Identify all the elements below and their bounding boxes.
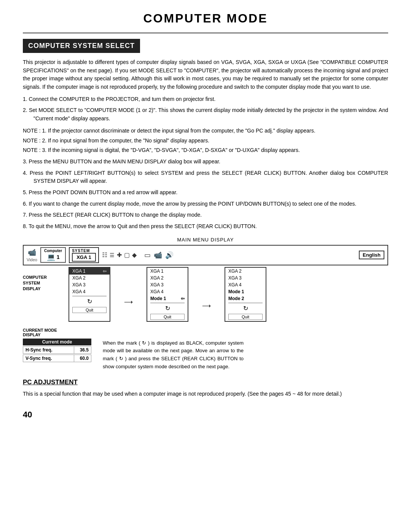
computer-section: Computer 💻 1 [40,247,66,263]
h-sync-label: H-Sync freq. [23,347,74,353]
step-1: 1. Connect the COMPUTER to the PROJECTOR… [23,95,388,104]
right-icons: ▭ 📹 🔊 [144,251,174,259]
current-mode-section: CURRENT MODEDISPLAY Current mode H-Sync … [23,328,388,371]
xga-box: XGA 1 [72,253,96,262]
step-3: 3. Press the MENU BUTTON and the MAIN ME… [23,158,388,166]
computer-icon: 💻 [47,253,55,261]
dropdown2: XGA 1 XGA 2 XGA 3 XGA 4 Mode 1 ⇦ ↻ Quit [147,267,188,322]
pc-adjustment-body: This is a special function that may be u… [23,390,388,398]
current-mode-left: CURRENT MODEDISPLAY Current mode H-Sync … [23,328,91,371]
section1-header: COMPUTER SYSTEM SELECT [23,39,140,53]
v-sync-value: 60.0 [74,355,91,362]
grid-icon: ☷ [102,251,107,259]
step-5: 5. Press the POINT DOWN BUTTON and a red… [23,189,388,197]
dropdown1-item-xga4[interactable]: XGA 4 [69,288,110,295]
system-label: SYSTEM [72,249,90,253]
main-menu-label: MAIN MENU DISPLAY [23,237,388,243]
dropdown3-item-mode2[interactable]: Mode 2 [225,295,266,302]
dropdown2-quit[interactable]: Quit [150,314,185,320]
english-button[interactable]: English [359,251,384,259]
system-box: SYSTEM XGA 1 [69,247,99,263]
step-2: 2. Set MODE SELECT to "COMPUTER MODE (1 … [23,106,388,123]
dropdown1-refresh[interactable]: ↻ [69,297,110,306]
dropdown3-item-xga3[interactable]: XGA 3 [225,275,266,281]
arrow-connector-1: ⟶ [122,282,135,322]
note-1: NOTE : 1. If the projector cannot discri… [23,127,388,135]
top-divider [23,32,388,34]
video-icon: 📹 [28,248,36,257]
h-sync-row: H-Sync freq. 36.5 [23,346,91,354]
notes-section: NOTE : 1. If the projector cannot discri… [23,127,388,155]
dropdown1-item-xga2[interactable]: XGA 2 [69,275,110,281]
speaker-icon: 🔊 [165,251,174,259]
dropdown3-item-mode1[interactable]: Mode 1 [225,288,266,295]
page-number: 40 [23,410,388,420]
dropdown2-item-mode1[interactable]: Mode 1 ⇦ [147,295,188,302]
menu-icons: ☷ ☰ ✚ ▢ ◆ [102,251,137,259]
dropdown1: XGA 1 ⇦ XGA 2 XGA 3 XGA 4 ↻ Quit [68,267,110,322]
numbered-list-2: 3. Press the MENU BUTTON and the MAIN ME… [23,158,388,231]
dropdown2-item-xga1[interactable]: XGA 1 [147,268,188,275]
dropdown1-divider [72,296,107,296]
step-6: 6. If you want to change the current dis… [23,200,388,208]
dropdown3-item-xga4[interactable]: XGA 4 [225,281,266,288]
dropdown1-quit[interactable]: Quit [72,307,107,313]
diagram-section: MAIN MENU DISPLAY 📹 Video Computer 💻 1 S… [23,237,388,371]
left-labels: COMPUTERSYSTEMDISPLAY [23,267,57,322]
video-label: Video [27,257,37,262]
arrow-indicator2: ⇦ [181,296,185,301]
dropdown2-divider [150,303,185,303]
dropdown2-item-xga2[interactable]: XGA 2 [147,275,188,281]
dropdown3: XGA 2 XGA 3 XGA 4 Mode 1 Mode 2 ↻ Quit [225,267,266,322]
dropdown3-refresh[interactable]: ↻ [225,304,266,313]
video-section: 📹 Video [27,248,37,262]
h-sync-value: 36.5 [74,347,91,353]
dropdown2-item-xga3[interactable]: XGA 3 [147,281,188,288]
dropdown2-refresh[interactable]: ↻ [147,304,188,313]
pc-adjustment-header: PC ADJUSTMENT [23,379,388,386]
dropdown3-divider [228,303,263,303]
dropdown1-item-xga1[interactable]: XGA 1 ⇦ [69,268,110,275]
current-mode-right: When the mark ( ↻ ) is displayed as BLAC… [103,328,244,371]
page-title: COMPUTER MODE [23,11,388,26]
menu-bar: 📹 Video Computer 💻 1 SYSTEM XGA 1 ☷ ☰ ✚ … [23,245,388,265]
note-3: NOTE : 3. If the incoming signal is digi… [23,146,388,155]
v-sync-row: V-Sync freq. 60.0 [23,355,91,362]
current-mode-box: Current mode H-Sync freq. 36.5 V-Sync fr… [23,339,91,362]
diagrams-row: COMPUTERSYSTEMDISPLAY XGA 1 ⇦ XGA 2 XGA … [23,267,388,322]
computer-num: 1 [57,254,60,260]
current-mode-header: Current mode [23,339,91,345]
computer-system-display-label: COMPUTERSYSTEMDISPLAY [23,275,57,292]
intro-text: This projector is adjustable to differen… [23,58,388,91]
numbered-list: 1. Connect the COMPUTER to the PROJECTOR… [23,95,388,123]
arrow-indicator: ⇦ [103,268,107,274]
arrow-connector-2: ⟶ [200,290,213,322]
current-mode-label: CURRENT MODEDISPLAY [23,328,91,337]
v-sync-label: V-Sync freq. [23,355,74,362]
display-icon: ◆ [132,251,137,259]
step-8: 8. To quit the MENU, move the arrow to Q… [23,222,388,231]
move-icon: ✚ [117,251,122,259]
dropdown3-item-xga2[interactable]: XGA 2 [225,268,266,275]
dropdown1-item-xga3[interactable]: XGA 3 [69,281,110,288]
bars-icon: ☰ [110,252,115,258]
step-7: 7. Press the SELECT (REAR CLICK) BUTTON … [23,211,388,219]
dropdown2-item-xga4[interactable]: XGA 4 [147,288,188,295]
dropdown3-quit[interactable]: Quit [228,314,263,320]
copy-icon: ▢ [124,251,130,259]
note-2: NOTE : 2. If no input signal from the co… [23,137,388,145]
rect-icon: ▭ [144,251,151,259]
step-4: 4. Press the POINT LEFT/RIGHT BUTTON(s) … [23,169,388,185]
computer-label: Computer [44,249,62,253]
cam-icon: 📹 [154,251,162,259]
